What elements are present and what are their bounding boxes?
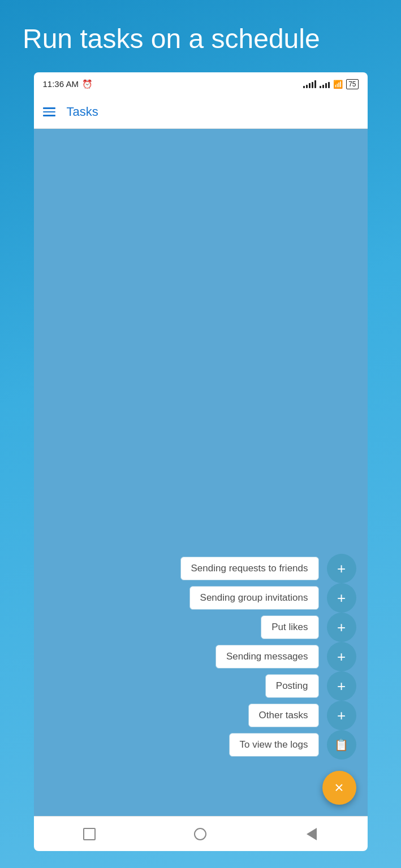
- status-bar: 11:36 AM ⏰ 📶 75: [34, 72, 368, 96]
- nav-home-button[interactable]: [186, 820, 214, 848]
- wifi-icon: 📶: [333, 80, 343, 89]
- signal-bars-2: [320, 80, 330, 88]
- fab-row: ×: [45, 771, 356, 805]
- navigation-bar: [34, 816, 368, 851]
- status-left: 11:36 AM ⏰: [43, 79, 93, 89]
- task-btn-view-logs[interactable]: 📋: [327, 730, 356, 760]
- task-btn-posting[interactable]: +: [327, 671, 356, 701]
- square-icon: [83, 828, 96, 840]
- task-row-sending-messages: Sending messages+: [45, 642, 356, 671]
- task-btn-send-group-invitations[interactable]: +: [327, 583, 356, 613]
- task-row-send-group-invitations: Sending group invitations+: [45, 583, 356, 613]
- plus-icon: +: [337, 620, 346, 635]
- nav-square-button[interactable]: [75, 820, 104, 848]
- close-icon: ×: [334, 780, 343, 796]
- task-label-send-friend-requests: Sending requests to friends: [180, 557, 319, 580]
- task-btn-put-likes[interactable]: +: [327, 613, 356, 642]
- plus-icon: +: [337, 649, 346, 664]
- task-row-other-tasks: Other tasks+: [45, 701, 356, 730]
- status-right: 📶 75: [303, 79, 358, 89]
- task-btn-sending-messages[interactable]: +: [327, 642, 356, 671]
- hamburger-menu-button[interactable]: [43, 107, 55, 116]
- triangle-icon: [307, 828, 317, 840]
- task-label-put-likes: Put likes: [261, 615, 318, 639]
- task-label-other-tasks: Other tasks: [248, 704, 319, 727]
- hero-title: Run tasks on a schedule: [0, 0, 401, 72]
- circle-icon: [194, 828, 206, 840]
- app-bar: Tasks: [34, 96, 368, 129]
- nav-back-button[interactable]: [297, 820, 326, 848]
- app-title: Tasks: [67, 105, 98, 119]
- plus-icon: +: [337, 591, 346, 605]
- plus-icon: +: [337, 708, 346, 723]
- task-row-put-likes: Put likes+: [45, 613, 356, 642]
- plus-icon: +: [337, 679, 346, 693]
- list-icon: 📋: [334, 738, 348, 752]
- plus-icon: +: [337, 561, 346, 576]
- hamburger-line-2: [43, 111, 55, 113]
- task-row-view-logs: To view the logs📋: [45, 730, 356, 760]
- fab-close-button[interactable]: ×: [322, 771, 356, 805]
- task-btn-other-tasks[interactable]: +: [327, 701, 356, 730]
- task-row-send-friend-requests: Sending requests to friends+: [45, 554, 356, 583]
- task-btn-send-friend-requests[interactable]: +: [327, 554, 356, 583]
- phone-frame: 11:36 AM ⏰ 📶 75: [34, 72, 368, 851]
- signal-bars-1: [303, 80, 316, 88]
- task-list: Sending requests to friends+Sending grou…: [45, 554, 356, 760]
- battery-indicator: 75: [346, 79, 358, 89]
- task-label-send-group-invitations: Sending group invitations: [189, 586, 319, 610]
- task-row-posting: Posting+: [45, 671, 356, 701]
- time-display: 11:36 AM: [43, 79, 79, 89]
- hamburger-line-1: [43, 107, 55, 109]
- task-label-view-logs: To view the logs: [229, 733, 319, 757]
- task-label-sending-messages: Sending messages: [215, 645, 319, 669]
- alarm-icon: ⏰: [82, 79, 93, 89]
- task-label-posting: Posting: [265, 674, 319, 698]
- content-area: Sending requests to friends+Sending grou…: [34, 129, 368, 816]
- hamburger-line-3: [43, 115, 55, 116]
